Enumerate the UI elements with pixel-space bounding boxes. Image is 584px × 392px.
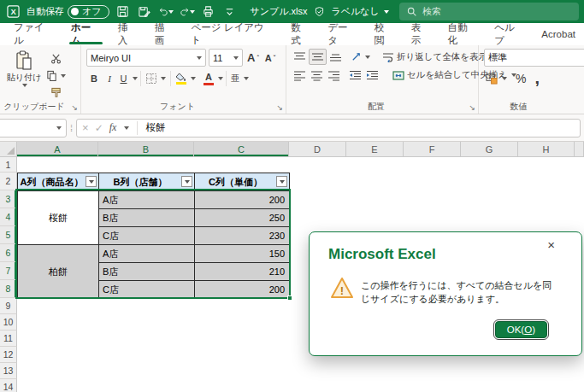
clipboard-dialog-launcher[interactable]: ↘ xyxy=(71,104,78,112)
cell-b6-store[interactable]: A店 xyxy=(99,245,195,263)
italic-button[interactable]: I xyxy=(103,72,116,85)
qat-overflow-icon[interactable] xyxy=(222,4,238,20)
borders-dropdown-icon[interactable] xyxy=(161,77,166,80)
font-size-combo[interactable]: 11 xyxy=(209,49,243,67)
align-middle-icon[interactable] xyxy=(309,49,327,65)
cell-b7-store[interactable]: B店 xyxy=(99,263,195,281)
cell-c6-price[interactable]: 150 xyxy=(195,245,290,263)
column-header-g[interactable]: G xyxy=(461,142,518,156)
confirm-entry-icon[interactable]: ✓ xyxy=(95,122,103,134)
tab-acrobat[interactable]: Acrobat xyxy=(533,23,584,45)
filename[interactable]: サンプル.xlsx xyxy=(251,5,308,18)
cell-c4-price[interactable]: 250 xyxy=(195,209,290,227)
autosave-toggle[interactable]: オフ xyxy=(68,5,109,19)
undo-icon[interactable] xyxy=(158,4,174,20)
align-top-icon[interactable] xyxy=(292,50,308,64)
comma-style-icon[interactable]: , xyxy=(533,74,541,83)
paste-dropdown-icon[interactable] xyxy=(22,84,27,87)
sensitivity-label[interactable]: ラベルなし xyxy=(332,5,380,18)
decrease-font-icon[interactable]: Aˇ xyxy=(263,51,277,65)
cell-b5-store[interactable]: C店 xyxy=(99,227,195,245)
copy-icon[interactable] xyxy=(44,68,68,83)
cell-b8-store[interactable]: C店 xyxy=(99,281,195,299)
name-box[interactable] xyxy=(0,119,67,137)
phonetic-guide-icon[interactable]: 亜 xyxy=(229,71,241,86)
row-header-8[interactable]: 8 xyxy=(0,280,17,298)
align-center-icon[interactable] xyxy=(309,68,325,83)
tab-home[interactable]: ホーム xyxy=(62,23,109,45)
cancel-entry-icon[interactable]: × xyxy=(82,121,89,134)
search-box[interactable]: 検索 xyxy=(399,3,579,20)
table-header-price[interactable]: C列（単価） xyxy=(195,173,290,191)
increase-font-icon[interactable]: Aˆ xyxy=(245,50,261,66)
bold-button[interactable]: B xyxy=(86,72,102,85)
filter-button-store[interactable] xyxy=(181,176,192,187)
format-painter-icon[interactable] xyxy=(44,85,68,100)
phonetic-dropdown-icon[interactable] xyxy=(244,77,249,80)
cell-c8-price[interactable]: 200 xyxy=(195,281,290,299)
column-header-h[interactable]: H xyxy=(518,142,575,156)
row-header-14[interactable]: 14 xyxy=(0,379,17,392)
currency-format-icon[interactable]: K xyxy=(484,71,509,86)
fill-color-icon[interactable] xyxy=(174,71,188,86)
sensitivity-dropdown-icon[interactable] xyxy=(384,10,389,14)
column-header-c[interactable]: C xyxy=(194,142,289,156)
number-format-combo[interactable]: 標準 xyxy=(484,49,584,67)
font-color-icon[interactable]: A xyxy=(202,70,215,87)
row-header-9[interactable]: 9 xyxy=(0,298,17,314)
tab-automate[interactable]: 自動化 xyxy=(439,23,486,45)
redo-dropdown-icon[interactable] xyxy=(190,10,195,14)
column-header-d[interactable]: D xyxy=(289,142,346,156)
save-as-icon[interactable] xyxy=(137,4,152,20)
align-bottom-icon[interactable] xyxy=(327,50,344,64)
row-header-12[interactable]: 12 xyxy=(0,347,17,363)
redo-icon[interactable] xyxy=(180,4,195,20)
ok-button[interactable]: OK(O) xyxy=(495,321,547,338)
cell-c3-price[interactable]: 200 xyxy=(195,191,290,209)
filter-button-price[interactable] xyxy=(276,176,287,187)
orientation-icon[interactable] xyxy=(349,50,372,64)
cell-b4-store[interactable]: B店 xyxy=(99,209,195,227)
cut-icon[interactable] xyxy=(44,51,68,66)
row-header-5[interactable]: 5 xyxy=(0,226,17,244)
fx-dropdown-icon[interactable] xyxy=(124,126,129,130)
quick-print-icon[interactable] xyxy=(201,4,216,20)
column-header-f[interactable]: F xyxy=(404,142,461,156)
autosave-control[interactable]: 自動保存 オフ xyxy=(27,5,109,19)
currency-dropdown-icon[interactable] xyxy=(502,77,507,80)
dialog-close-icon[interactable]: × xyxy=(543,237,559,253)
column-header-partial[interactable] xyxy=(575,142,584,156)
row-header-7[interactable]: 7 xyxy=(0,262,17,280)
tab-formulas[interactable]: 数式 xyxy=(282,23,319,45)
row-header-4[interactable]: 4 xyxy=(0,208,17,226)
cell-b3-store[interactable]: A店 xyxy=(99,191,195,209)
underline-button[interactable]: U xyxy=(117,72,130,85)
tab-data[interactable]: データ xyxy=(319,23,366,45)
formula-bar-divider[interactable]: ⁞ xyxy=(70,123,73,133)
tab-draw[interactable]: 描画 xyxy=(146,23,183,45)
underline-dropdown-icon[interactable] xyxy=(133,77,138,80)
decrease-indent-icon[interactable] xyxy=(347,68,363,82)
excel-logo-icon[interactable]: X xyxy=(5,4,21,20)
cell-a3-merged-product[interactable]: 桜餅 xyxy=(18,191,99,245)
tab-view[interactable]: 表示 xyxy=(403,23,439,45)
fill-color-dropdown-icon[interactable] xyxy=(191,77,196,80)
percent-style-icon[interactable]: % xyxy=(514,70,528,87)
save-icon[interactable] xyxy=(115,4,131,20)
font-color-dropdown-icon[interactable] xyxy=(218,77,223,80)
filter-button-product[interactable] xyxy=(86,176,97,187)
row-header-3[interactable]: 3 xyxy=(0,190,17,208)
select-all-corner[interactable] xyxy=(0,142,17,156)
cell-c7-price[interactable]: 210 xyxy=(195,263,290,281)
formula-input-value[interactable]: 桜餅 xyxy=(145,121,165,134)
borders-icon[interactable] xyxy=(144,71,168,86)
copy-dropdown-icon[interactable] xyxy=(61,74,66,78)
tab-review[interactable]: 校閲 xyxy=(366,23,403,45)
alignment-dialog-launcher[interactable]: ↘ xyxy=(469,104,475,112)
table-header-product[interactable]: A列（商品名） xyxy=(18,173,99,191)
column-header-b[interactable]: B xyxy=(98,142,194,156)
insert-function-icon[interactable]: fx xyxy=(109,121,117,134)
tab-page-layout[interactable]: ページ レイアウト xyxy=(183,23,283,45)
cell-a6-merged-product[interactable]: 柏餅 xyxy=(18,245,99,299)
paste-button[interactable]: 貼り付け xyxy=(5,49,43,100)
